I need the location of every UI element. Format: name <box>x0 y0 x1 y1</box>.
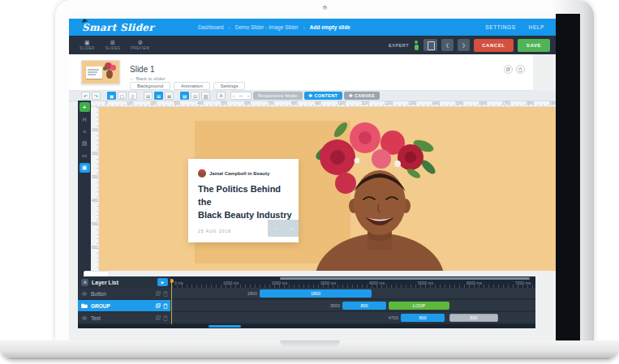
tab-background[interactable]: Background <box>130 82 170 90</box>
prev-arrow-button[interactable]: ← <box>268 220 283 237</box>
timeline-scroll-thumb[interactable] <box>208 325 241 328</box>
device-mobile-icon[interactable]: ▯ <box>128 92 137 100</box>
text-layer-icon[interactable]: ≡ <box>80 126 90 136</box>
layer-toolbar: +H≡▨▭▣ <box>78 101 91 276</box>
font-scale-icon[interactable]: A <box>217 92 226 100</box>
tab-animation[interactable]: Animation <box>174 82 210 90</box>
breadcrumb-item[interactable]: Add empty slide <box>310 24 350 30</box>
responsive-mode-button[interactable]: Responsive Mode <box>253 92 303 100</box>
heading-layer-icon[interactable]: H <box>80 114 90 124</box>
duplicate-slide-icon[interactable] <box>504 65 513 74</box>
timeline-ruler[interactable]: 0 ms1000 ms2000 ms3000 ms4000 ms5000 ms6… <box>170 276 535 288</box>
prev-slide-button[interactable]: ❮ <box>441 39 454 51</box>
breadcrumb-item[interactable]: Demo Slider - Image Slider <box>235 24 299 30</box>
card-author-row: Jamal Campbell in Beauty <box>198 169 269 178</box>
slides-button[interactable]: ⊞SLIDES <box>105 40 120 50</box>
delete-layer-icon[interactable] <box>163 315 168 321</box>
next-arrow-button[interactable]: → <box>283 220 299 237</box>
cancel-button[interactable]: CANCEL <box>474 39 514 52</box>
layer-row-group[interactable]: GROUP <box>78 300 170 311</box>
slide-thumbnail[interactable] <box>81 60 120 84</box>
layer-list: ≣ Layer List ▶ ButtonGROUPText <box>78 276 170 324</box>
animation-bar[interactable]: 800 <box>401 314 445 322</box>
settings-link[interactable]: SETTINGS <box>485 24 515 30</box>
back-to-slider-link[interactable]: ← Back to slider <box>130 76 165 81</box>
duplicate-layer-icon[interactable] <box>156 303 161 309</box>
layer-list-header: ≣ Layer List ▶ <box>78 276 170 288</box>
add-canvas-button[interactable]: ✚ CANVAS <box>344 92 380 100</box>
delete-layer-icon[interactable] <box>163 303 168 309</box>
slider-icon: ▣ <box>84 40 90 45</box>
layer-list-title: Layer List <box>92 280 118 285</box>
align-left-icon[interactable]: ⊟ <box>144 92 153 100</box>
preview-button[interactable]: ⚙PREVIEW <box>131 40 150 50</box>
play-animations-button[interactable]: ▶ <box>157 278 168 286</box>
align-center-icon[interactable]: ⊞ <box>154 92 163 100</box>
delay-value: 1800 <box>234 291 257 296</box>
grid-icon[interactable]: ▥ <box>201 92 210 100</box>
woman-flower-photo[interactable] <box>284 113 519 271</box>
undo-icon[interactable]: ↶ <box>81 92 90 100</box>
expert-toggle-icon[interactable] <box>413 41 419 50</box>
vertical-ruler: 100200300400500600 <box>91 107 99 271</box>
timeline-top-scrollbar[interactable] <box>280 277 530 280</box>
save-button[interactable]: SAVE <box>518 39 550 52</box>
guides-icon[interactable]: ▤ <box>180 92 189 100</box>
author-avatar <box>198 169 206 178</box>
animation-bar[interactable]: 800 <box>342 302 386 310</box>
device-tablet-icon[interactable]: ▢ <box>118 92 127 100</box>
screen-inner: Smart Slider Dashboard›Demo Slider - Ima… <box>69 14 580 340</box>
delete-slide-icon[interactable] <box>516 65 525 74</box>
timeline-lane-text: 4700800800 <box>170 312 535 323</box>
zoom-in-icon[interactable]: › <box>247 93 249 98</box>
duplicate-layer-icon[interactable] <box>156 291 161 297</box>
slider-button[interactable]: ▣SLIDER <box>80 40 95 50</box>
breadcrumb-item[interactable]: Dashboard <box>198 24 224 30</box>
slide-canvas[interactable]: Jamal Campbell in Beauty The Politics Be… <box>99 107 556 271</box>
image-layer-icon[interactable]: ▨ <box>80 139 90 148</box>
zoom-control[interactable]: ‹ — › <box>230 92 251 100</box>
eye-icon[interactable] <box>81 316 88 320</box>
h-ruler-label: 1100 <box>361 101 369 105</box>
snap-icon[interactable]: ⊡ <box>191 92 200 100</box>
layer-row-text[interactable]: Text <box>78 312 170 323</box>
h-ruler-label: 0 <box>105 101 108 105</box>
author-name: Jamal Campbell in Beauty <box>209 171 269 176</box>
h-ruler-label: 1400 <box>432 101 440 105</box>
device-desktop-icon[interactable]: ▣ <box>107 92 116 100</box>
app-logo[interactable]: Smart Slider <box>82 22 154 33</box>
preview-icon: ⚙ <box>138 40 143 45</box>
delete-layer-icon[interactable] <box>163 291 168 297</box>
time-label: 6000 ms <box>466 280 482 285</box>
h-ruler-label: 1500 <box>455 101 463 105</box>
v-ruler-label: 300 <box>92 175 98 179</box>
zoom-out-icon[interactable]: ‹ <box>233 93 234 98</box>
add-layer-icon[interactable]: + <box>80 102 90 112</box>
h-ruler-label: 100 <box>127 101 133 105</box>
timeline-bottom-scrollbar <box>78 324 535 328</box>
duplicate-layer-icon[interactable] <box>156 315 161 321</box>
card-title[interactable]: The Politics Behind the Black Beauty Ind… <box>198 183 295 222</box>
eye-icon[interactable] <box>81 292 88 296</box>
content-card-group[interactable]: Jamal Campbell in Beauty The Politics Be… <box>188 159 299 242</box>
add-content-button[interactable]: ✚ CONTENT <box>304 92 343 100</box>
h-ruler-label: 800 <box>291 101 298 105</box>
help-link[interactable]: HELP <box>529 24 544 30</box>
animation-bar[interactable]: 800 <box>449 314 498 322</box>
delay-value: 3500 <box>317 303 340 308</box>
redo-icon[interactable]: ↷ <box>92 92 101 100</box>
time-label: 3000 ms <box>320 280 336 285</box>
button-layer-icon[interactable]: ▭ <box>80 151 90 161</box>
layer-list-toggle-icon[interactable]: ▣ <box>80 163 90 173</box>
device-preview-button[interactable] <box>423 39 437 51</box>
animation-bar[interactable]: LOOP <box>389 302 449 310</box>
laptop-base-notch <box>280 340 340 347</box>
animation-bar[interactable]: 1800 <box>260 289 372 298</box>
tab-settings[interactable]: Settings <box>213 82 246 90</box>
laptop-base <box>0 340 619 359</box>
next-slide-button[interactable]: ❯ <box>458 39 470 51</box>
align-right-icon[interactable]: ⊠ <box>165 92 174 100</box>
folder-icon[interactable] <box>81 303 88 308</box>
layer-row-button[interactable]: Button <box>78 288 170 299</box>
h-ruler-label: 500 <box>221 101 227 105</box>
